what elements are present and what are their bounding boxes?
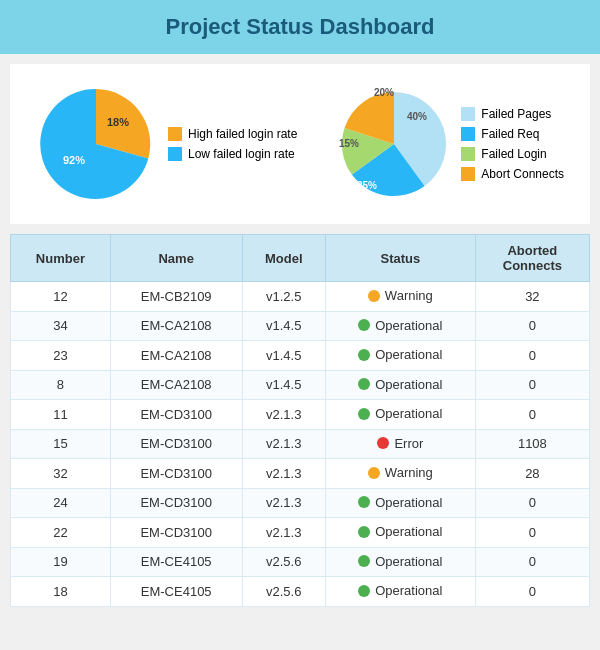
cell-number: 22: [11, 518, 111, 548]
cell-model: v1.2.5: [242, 282, 325, 312]
cell-status: Warning: [325, 459, 475, 489]
cell-aborted: 0: [475, 577, 589, 607]
table-header-row: Number Name Model Status AbortedConnects: [11, 235, 590, 282]
status-dot-operational: [358, 585, 370, 597]
legend-item-abort-connects: Abort Connects: [461, 167, 564, 181]
table-row: 23 EM-CA2108 v1.4.5 Operational 0: [11, 341, 590, 371]
status-table-section: Number Name Model Status AbortedConnects…: [10, 234, 590, 607]
cell-model: v2.1.3: [242, 459, 325, 489]
cell-name: EM-CD3100: [110, 429, 242, 459]
svg-text:15%: 15%: [339, 138, 359, 149]
cell-model: v1.4.5: [242, 311, 325, 341]
col-model: Model: [242, 235, 325, 282]
cell-status: Operational: [325, 400, 475, 430]
status-dot-operational: [358, 408, 370, 420]
table-row: 19 EM-CE4105 v2.5.6 Operational 0: [11, 547, 590, 577]
legend-label-failed-login: Failed Login: [481, 147, 546, 161]
status-badge: Warning: [368, 465, 433, 480]
cell-model: v1.4.5: [242, 341, 325, 371]
table-row: 34 EM-CA2108 v1.4.5 Operational 0: [11, 311, 590, 341]
status-badge: Operational: [358, 554, 442, 569]
chart2-legend: Failed Pages Failed Req Failed Login Abo…: [461, 107, 564, 181]
status-badge: Error: [377, 436, 423, 451]
table-row: 12 EM-CB2109 v1.2.5 Warning 32: [11, 282, 590, 312]
cell-model: v2.1.3: [242, 518, 325, 548]
cell-name: EM-CE4105: [110, 577, 242, 607]
status-label: Warning: [385, 288, 433, 303]
col-number: Number: [11, 235, 111, 282]
legend-item: Low failed login rate: [168, 147, 297, 161]
legend-item-failed-login: Failed Login: [461, 147, 564, 161]
table-row: 22 EM-CD3100 v2.1.3 Operational 0: [11, 518, 590, 548]
cell-aborted: 0: [475, 400, 589, 430]
cell-name: EM-CE4105: [110, 547, 242, 577]
col-name: Name: [110, 235, 242, 282]
legend-color-failed-req: [461, 127, 475, 141]
cell-status: Operational: [325, 518, 475, 548]
table-row: 8 EM-CA2108 v1.4.5 Operational 0: [11, 370, 590, 400]
cell-status: Operational: [325, 341, 475, 371]
cell-number: 12: [11, 282, 111, 312]
col-status: Status: [325, 235, 475, 282]
legend-color-failed-pages: [461, 107, 475, 121]
cell-name: EM-CD3100: [110, 518, 242, 548]
cell-status: Operational: [325, 370, 475, 400]
status-dot-operational: [358, 319, 370, 331]
status-label: Operational: [375, 318, 442, 333]
cell-aborted: 1108: [475, 429, 589, 459]
status-dot-operational: [358, 496, 370, 508]
cell-name: EM-CD3100: [110, 488, 242, 518]
cell-name: EM-CA2108: [110, 311, 242, 341]
svg-text:20%: 20%: [374, 87, 394, 98]
cell-model: v2.1.3: [242, 429, 325, 459]
status-badge: Operational: [358, 347, 442, 362]
chart1-pie: 18% 92%: [36, 84, 156, 204]
cell-model: v2.1.3: [242, 400, 325, 430]
col-aborted: AbortedConnects: [475, 235, 589, 282]
cell-model: v1.4.5: [242, 370, 325, 400]
cell-name: EM-CA2108: [110, 341, 242, 371]
cell-number: 23: [11, 341, 111, 371]
cell-aborted: 32: [475, 282, 589, 312]
status-dot-warning: [368, 467, 380, 479]
cell-name: EM-CD3100: [110, 459, 242, 489]
status-dot-error: [377, 437, 389, 449]
status-badge: Operational: [358, 524, 442, 539]
status-badge: Operational: [358, 495, 442, 510]
legend-label-abort-connects: Abort Connects: [481, 167, 564, 181]
cell-model: v2.1.3: [242, 488, 325, 518]
cell-number: 34: [11, 311, 111, 341]
legend-color-low-login: [168, 147, 182, 161]
legend-item-failed-pages: Failed Pages: [461, 107, 564, 121]
cell-model: v2.5.6: [242, 547, 325, 577]
svg-text:92%: 92%: [63, 154, 85, 166]
status-badge: Operational: [358, 406, 442, 421]
cell-number: 15: [11, 429, 111, 459]
cell-name: EM-CD3100: [110, 400, 242, 430]
status-badge: Operational: [358, 377, 442, 392]
legend-label-high-login: High failed login rate: [188, 127, 297, 141]
legend-color-abort-connects: [461, 167, 475, 181]
status-label: Warning: [385, 465, 433, 480]
cell-name: EM-CB2109: [110, 282, 242, 312]
status-dot-operational: [358, 526, 370, 538]
status-label: Operational: [375, 554, 442, 569]
cell-aborted: 0: [475, 341, 589, 371]
cell-status: Operational: [325, 311, 475, 341]
table-row: 24 EM-CD3100 v2.1.3 Operational 0: [11, 488, 590, 518]
status-badge: Warning: [368, 288, 433, 303]
cell-status: Operational: [325, 547, 475, 577]
svg-text:18%: 18%: [107, 116, 129, 128]
cell-status: Operational: [325, 488, 475, 518]
status-table: Number Name Model Status AbortedConnects…: [10, 234, 590, 607]
table-row: 15 EM-CD3100 v2.1.3 Error 1108: [11, 429, 590, 459]
status-badge: Operational: [358, 583, 442, 598]
legend-label-failed-pages: Failed Pages: [481, 107, 551, 121]
status-label: Operational: [375, 347, 442, 362]
cell-number: 24: [11, 488, 111, 518]
cell-aborted: 28: [475, 459, 589, 489]
cell-number: 8: [11, 370, 111, 400]
cell-number: 19: [11, 547, 111, 577]
svg-text:40%: 40%: [407, 111, 427, 122]
status-dot-warning: [368, 290, 380, 302]
